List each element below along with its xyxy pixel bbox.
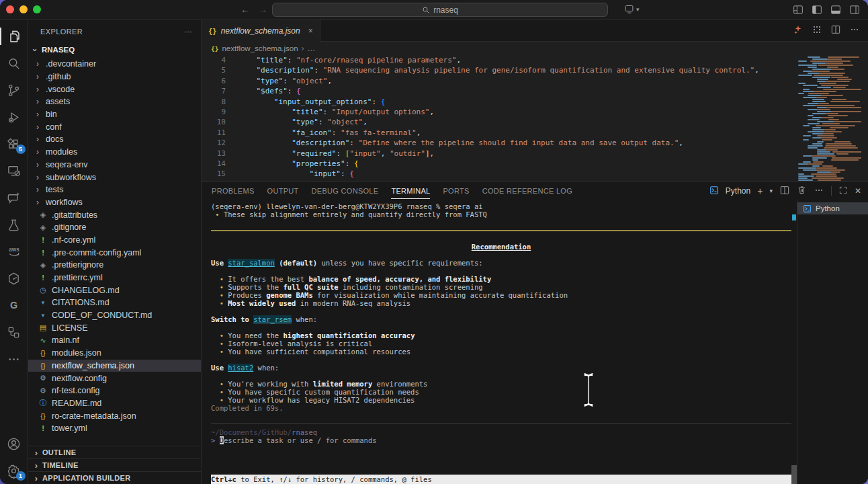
more-actions-icon[interactable] xyxy=(814,185,824,198)
git-file-icon: ◈ xyxy=(38,210,48,219)
panel-tab-ports[interactable]: PORTS xyxy=(443,187,469,195)
tree-item--prettierignore[interactable]: ◈.prettierignore xyxy=(28,259,201,272)
activity-settings-icon[interactable]: 1 xyxy=(0,457,28,484)
tree-item-modules[interactable]: ›modules xyxy=(28,146,201,159)
new-terminal-icon[interactable]: + xyxy=(757,186,763,196)
panel-tab-output[interactable]: OUTPUT xyxy=(267,187,299,195)
activity-explorer-icon[interactable] xyxy=(0,23,28,50)
tree-item-conf[interactable]: ›conf xyxy=(28,120,201,133)
close-panel-icon[interactable]: ✕ xyxy=(855,186,861,196)
tree-item-docs[interactable]: ›docs xyxy=(28,133,201,146)
customize-layout-icon[interactable] xyxy=(793,5,804,15)
terminal[interactable]: (seqera-env) llewelyn-van-der-berg@KTW2Y… xyxy=(202,200,791,484)
activity-search-icon[interactable] xyxy=(0,50,28,77)
history-back-icon[interactable]: ← xyxy=(241,5,249,15)
tree-item--devcontainer[interactable]: ›.devcontainer xyxy=(28,58,201,71)
tree-item-ro-crate-metadata-json[interactable]: {}ro-crate-metadata.json xyxy=(28,409,201,422)
tree-item--nf-core-yml[interactable]: !.nf-core.yml xyxy=(28,234,201,247)
activity-source-control-icon[interactable] xyxy=(0,77,28,104)
terminal-scrollbar[interactable] xyxy=(791,200,797,484)
terminal-dropdown-icon[interactable]: ▾ xyxy=(769,188,773,194)
panel-tab-code-reference-log[interactable]: CODE REFERENCE LOG xyxy=(482,187,572,195)
chevron-right-icon: › xyxy=(32,460,40,471)
tree-item-nextflow-schema-json[interactable]: {}nextflow_schema.json xyxy=(28,360,201,372)
tree-item-license[interactable]: ▤LICENSE xyxy=(28,321,201,334)
explorer-section-rnaseq[interactable]: › RNASEQ xyxy=(28,43,201,56)
code-editor[interactable]: 4"title": "nf-core/rnaseq pipeline param… xyxy=(202,55,868,182)
tree-item-changelog-md[interactable]: ◷CHANGELOG.md xyxy=(28,284,201,296)
tree-item-seqera-env[interactable]: ›seqera-env xyxy=(28,159,201,171)
file-label: tower.yml xyxy=(52,424,87,433)
sidebar-section-application-builder[interactable]: ›APPLICATION BUILDER xyxy=(28,471,201,484)
split-terminal-icon[interactable] xyxy=(779,185,790,198)
tree-item-main-nf[interactable]: ∿main.nf xyxy=(28,334,201,347)
tree-item-workflows[interactable]: ›workflows xyxy=(28,196,201,209)
minimize-window-button[interactable] xyxy=(19,5,28,13)
toggle-sidebar-icon[interactable] xyxy=(812,5,822,15)
activity-chat-icon[interactable] xyxy=(0,184,28,211)
tree-item--vscode[interactable]: ›.vscode xyxy=(28,83,201,95)
explorer-more-actions[interactable]: ⋯ xyxy=(185,28,193,36)
toggle-panel-icon[interactable] xyxy=(830,5,841,15)
tree-item-subworkflows[interactable]: ›subworkflows xyxy=(28,171,201,184)
tree-item-modules-json[interactable]: {}modules.json xyxy=(28,347,201,360)
split-editor-icon[interactable] xyxy=(830,24,841,38)
terminal-line: • These skip alignment entirely and quan… xyxy=(211,210,791,218)
line-number: 8 xyxy=(202,97,226,107)
svg-text:aws: aws xyxy=(9,247,19,253)
history-forward-icon[interactable]: → xyxy=(259,5,267,15)
panel-tab-problems[interactable]: PROBLEMS xyxy=(212,187,255,195)
activity-aws-icon[interactable]: aws xyxy=(0,238,28,265)
terminal-list-item-python[interactable]: Python xyxy=(797,202,868,214)
close-window-button[interactable] xyxy=(6,5,14,13)
toggle-secondary-sidebar-icon[interactable] xyxy=(849,5,860,15)
tree-item-nf-test-config[interactable]: ⚙nf-test.config xyxy=(28,385,201,397)
scrollbar-thumb[interactable] xyxy=(791,465,797,484)
sidebar-section-timeline[interactable]: ›TIMELINE xyxy=(28,458,201,471)
line-number: 6 xyxy=(202,76,226,86)
activity-accounts-icon[interactable] xyxy=(0,430,28,457)
tree-item--github[interactable]: ›.github xyxy=(28,71,201,83)
activity-extensions-icon[interactable]: 5 xyxy=(0,130,28,157)
code-line-5: 5"description": "RNA sequencing analysis… xyxy=(202,65,868,75)
tree-item--gitattributes[interactable]: ◈.gitattributes xyxy=(28,208,201,221)
tree-item-citations-md[interactable]: ▼CITATIONS.md xyxy=(28,296,201,309)
minimap[interactable] xyxy=(795,56,861,182)
activity-run-debug-icon[interactable] xyxy=(0,104,28,130)
panel-tab-terminal[interactable]: TERMINAL xyxy=(391,187,430,195)
tree-item-assets[interactable]: ›assets xyxy=(28,95,201,108)
flame-icon[interactable] xyxy=(793,24,804,38)
sparkle-dots-icon[interactable] xyxy=(812,24,822,38)
kill-terminal-icon[interactable] xyxy=(797,185,807,197)
activity-package-icon[interactable] xyxy=(0,265,28,292)
panel-tab-debug-console[interactable]: DEBUG CONSOLE xyxy=(312,187,379,195)
screencast-toggle[interactable]: ▾ xyxy=(625,5,640,13)
activity-remote-explorer-icon[interactable] xyxy=(0,157,28,184)
command-center-search[interactable]: rnaseq xyxy=(272,3,608,17)
tree-item-readme-md[interactable]: ⓘREADME.md xyxy=(28,397,201,410)
tree-item-bin[interactable]: ›bin xyxy=(28,108,201,121)
tab-nextflow-schema[interactable]: {} nextflow_schema.json × xyxy=(202,20,320,42)
badge: 5 xyxy=(16,145,26,154)
terminal-line: Use hisat2 when: xyxy=(211,364,791,372)
code-line-11: 11"fa_icon": "fas fa-terminal", xyxy=(202,128,868,138)
close-tab-icon[interactable]: × xyxy=(308,26,313,36)
python-terminal-icon[interactable] xyxy=(709,186,719,197)
tree-item-code-of-conduct-md[interactable]: ▼CODE_OF_CONDUCT.md xyxy=(28,309,201,322)
more-actions-icon[interactable] xyxy=(849,24,860,38)
tree-item--gitignore[interactable]: ◈.gitignore xyxy=(28,221,201,234)
activity-gitlens-icon[interactable]: G xyxy=(0,292,28,319)
zoom-window-button[interactable] xyxy=(33,5,41,13)
activity-testing-icon[interactable] xyxy=(0,211,28,238)
tree-item-tests[interactable]: ›tests xyxy=(28,184,201,196)
activity-more-icon[interactable] xyxy=(0,346,28,372)
activity-organization-icon[interactable] xyxy=(0,319,28,346)
tree-item-tower-yml[interactable]: !tower.yml xyxy=(28,422,201,435)
file-label: .gitignore xyxy=(52,223,86,232)
tree-item--prettierrc-yml[interactable]: !.prettierrc.yml xyxy=(28,272,201,284)
tree-item--pre-commit-config-yaml[interactable]: !.pre-commit-config.yaml xyxy=(28,246,201,259)
sidebar-section-outline[interactable]: ›OUTLINE xyxy=(28,446,201,458)
maximize-panel-icon[interactable] xyxy=(838,186,848,197)
tree-item-nextflow-config[interactable]: ⚙nextflow.config xyxy=(28,372,201,385)
breadcrumb[interactable]: {} nextflow_schema.json › … xyxy=(202,42,868,55)
